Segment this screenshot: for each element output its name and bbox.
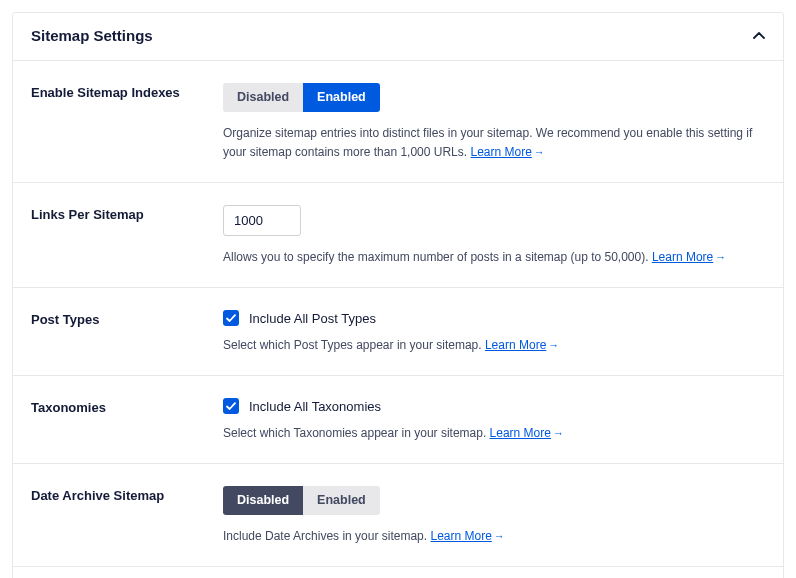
setting-description: Allows you to specify the maximum number…	[223, 248, 765, 267]
description-text: Select which Post Types appear in your s…	[223, 338, 482, 352]
panel-title: Sitemap Settings	[31, 27, 153, 44]
setting-content: Disabled Enabled Include Date Archives i…	[223, 486, 765, 546]
setting-links-per-sitemap: Links Per Sitemap Allows you to specify …	[13, 183, 783, 288]
panel-header[interactable]: Sitemap Settings	[13, 13, 783, 60]
toggle-enabled-button[interactable]: Enabled	[303, 486, 380, 515]
setting-label: Post Types	[31, 310, 223, 355]
setting-description: Select which Post Types appear in your s…	[223, 336, 765, 355]
collapse-icon	[753, 30, 765, 42]
checkbox-include-all-post-types[interactable]: Include All Post Types	[223, 310, 765, 326]
learn-more-link[interactable]: Learn More	[652, 250, 713, 264]
setting-label: Links Per Sitemap	[31, 205, 223, 267]
checkbox-checked-icon	[223, 398, 239, 414]
setting-taxonomies: Taxonomies Include All Taxonomies Select…	[13, 376, 783, 464]
setting-content: Include All Taxonomies Select which Taxo…	[223, 398, 765, 443]
learn-more-link[interactable]: Learn More	[490, 426, 551, 440]
sitemap-settings-panel: Sitemap Settings Enable Sitemap Indexes …	[12, 12, 784, 578]
setting-content: Disabled Enabled Organize sitemap entrie…	[223, 83, 765, 162]
arrow-right-icon: →	[715, 251, 726, 263]
toggle-disabled-button[interactable]: Disabled	[223, 486, 303, 515]
setting-date-archive-sitemap: Date Archive Sitemap Disabled Enabled In…	[13, 464, 783, 567]
setting-author-sitemap: Author Sitemap Disabled Enabled Include …	[13, 567, 783, 578]
setting-label: Date Archive Sitemap	[31, 486, 223, 546]
arrow-right-icon: →	[534, 146, 545, 158]
description-text: Allows you to specify the maximum number…	[223, 250, 649, 264]
checkbox-include-all-taxonomies[interactable]: Include All Taxonomies	[223, 398, 765, 414]
learn-more-link[interactable]: Learn More	[470, 145, 531, 159]
arrow-right-icon: →	[494, 530, 505, 542]
checkbox-label: Include All Taxonomies	[249, 399, 381, 414]
setting-description: Include Date Archives in your sitemap. L…	[223, 527, 765, 546]
checkbox-checked-icon	[223, 310, 239, 326]
toggle-enabled-button[interactable]: Enabled	[303, 83, 380, 112]
description-text: Select which Taxonomies appear in your s…	[223, 426, 486, 440]
setting-label: Enable Sitemap Indexes	[31, 83, 223, 162]
setting-content: Allows you to specify the maximum number…	[223, 205, 765, 267]
links-per-sitemap-input[interactable]	[223, 205, 301, 236]
setting-label: Taxonomies	[31, 398, 223, 443]
setting-enable-sitemap-indexes: Enable Sitemap Indexes Disabled Enabled …	[13, 61, 783, 183]
arrow-right-icon: →	[553, 427, 564, 439]
learn-more-link[interactable]: Learn More	[430, 529, 491, 543]
toggle-disabled-button[interactable]: Disabled	[223, 83, 303, 112]
learn-more-link[interactable]: Learn More	[485, 338, 546, 352]
setting-description: Organize sitemap entries into distinct f…	[223, 124, 765, 162]
description-text: Include Date Archives in your sitemap.	[223, 529, 427, 543]
setting-post-types: Post Types Include All Post Types Select…	[13, 288, 783, 376]
toggle-date-archive: Disabled Enabled	[223, 486, 380, 515]
setting-content: Include All Post Types Select which Post…	[223, 310, 765, 355]
toggle-enable-indexes: Disabled Enabled	[223, 83, 380, 112]
setting-description: Select which Taxonomies appear in your s…	[223, 424, 765, 443]
arrow-right-icon: →	[548, 339, 559, 351]
panel-body: Enable Sitemap Indexes Disabled Enabled …	[13, 60, 783, 578]
checkbox-label: Include All Post Types	[249, 311, 376, 326]
